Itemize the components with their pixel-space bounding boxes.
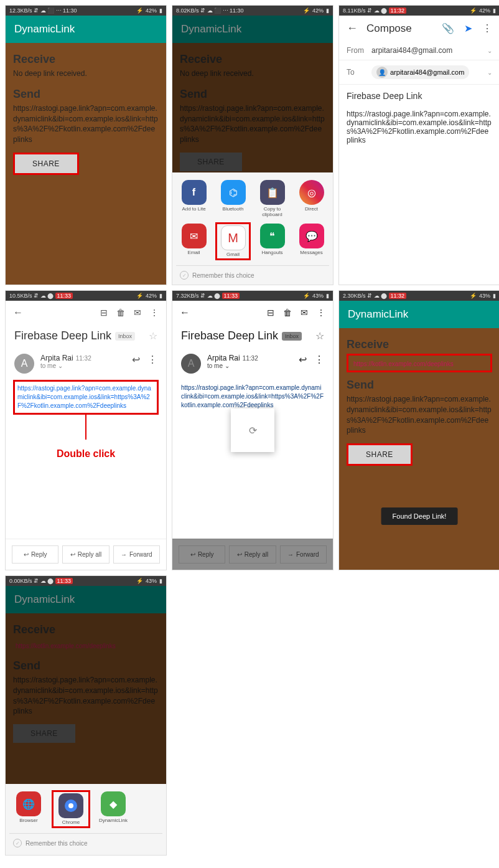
more-icon[interactable]: ⋮ bbox=[150, 308, 159, 318]
archive-icon[interactable]: ⊟ bbox=[100, 308, 108, 318]
reply-bar: ↩ Reply ↩ Reply all → Forward bbox=[6, 539, 166, 570]
send-label: Send bbox=[13, 88, 159, 101]
svg-point-1 bbox=[68, 803, 73, 808]
action-bar: DynamicLink bbox=[172, 16, 333, 43]
archive-icon: ⊟ bbox=[267, 308, 274, 318]
send-label: Send bbox=[347, 379, 492, 392]
receive-label: Receive bbox=[13, 53, 159, 66]
status-bar: 10.5KB/s ⇵ ☁ ⬤ 11:33 ⚡ 42% ▮ bbox=[6, 291, 166, 301]
receive-text: No deep link received. bbox=[13, 68, 159, 79]
share-messages[interactable]: 💬Messages bbox=[294, 222, 329, 260]
more-icon: ⋮ bbox=[317, 308, 325, 318]
reply-all-button[interactable]: ↩ Reply all bbox=[62, 545, 109, 564]
status-bar: 8.11KB/s ⇵ ☁ ⬤ 11:32 ⚡ 42% ▮ bbox=[339, 6, 499, 16]
send-url: https://rastogi.page.link?apn=com.exampl… bbox=[13, 103, 159, 145]
open-chrome[interactable]: Chrome bbox=[52, 790, 90, 828]
from-value: arpitarai484@gmail.com bbox=[371, 46, 487, 55]
email-toolbar: ← ⊟ 🗑 ✉ ⋮ bbox=[172, 301, 333, 324]
share-gmail[interactable]: MGmail bbox=[215, 222, 251, 260]
email-subject-row: Firebase Deep Link Inbox ☆ bbox=[6, 324, 166, 347]
chevron-down-icon: ⌄ bbox=[487, 69, 492, 76]
check-icon: ✓ bbox=[180, 271, 189, 280]
status-right: ⚡ 42% ▮ bbox=[136, 7, 162, 14]
send-icon[interactable]: ➤ bbox=[464, 22, 472, 34]
check-icon: ✓ bbox=[13, 839, 22, 847]
annotation-text: Double click bbox=[6, 448, 166, 460]
sender-time: 11:32 bbox=[76, 355, 91, 362]
subject-field[interactable]: Firebase Deep Link bbox=[347, 91, 492, 101]
to-chip[interactable]: 👤arpitarai484@gmail.com bbox=[371, 65, 469, 79]
back-icon[interactable]: ← bbox=[347, 22, 358, 35]
compose-title: Compose bbox=[366, 22, 412, 35]
share-clipboard[interactable]: 📋Copy to clipboard bbox=[254, 179, 290, 219]
action-bar: DynamicLink bbox=[339, 301, 499, 328]
received-link[interactable]: https://kotlin.example.com/deeplinks bbox=[351, 357, 456, 371]
loading-dialog: ⟳ bbox=[231, 408, 274, 452]
attach-icon[interactable]: 📎 bbox=[442, 22, 454, 34]
send-url: https://rastogi.page.link?apn=com.exampl… bbox=[347, 394, 492, 436]
more-icon[interactable]: ⋮ bbox=[147, 354, 157, 366]
more-icon[interactable]: ⋮ bbox=[482, 22, 492, 34]
app-body: Receive https://kotlin.example.com/deepl… bbox=[339, 328, 499, 570]
back-icon: ← bbox=[180, 307, 190, 318]
share-button[interactable]: SHARE bbox=[13, 153, 79, 175]
back-icon[interactable]: ← bbox=[13, 307, 23, 318]
screen-6-received: 2.30KB/s ⇵ ☁ ⬤ 11:32 ⚡ 43% ▮ DynamicLink… bbox=[338, 290, 499, 570]
share-button[interactable]: SHARE bbox=[347, 443, 413, 466]
status-bar: 7.32KB/s ⇵ ☁ ⬤ 11:33 ⚡ 43% ▮ bbox=[172, 291, 333, 301]
screen-1-dynamiclink: 12.3KB/s ⇵ ☁ ⬛ ⋯ 11:30 ⚡ 42% ▮ DynamicLi… bbox=[5, 5, 167, 285]
email-toolbar: ← ⊟ 🗑 ✉ ⋮ bbox=[6, 301, 166, 324]
screen-3-compose: 8.11KB/s ⇵ ☁ ⬤ 11:32 ⚡ 42% ▮ ← Compose 📎… bbox=[338, 5, 499, 285]
sender-row: A Arpita Rai11:32 to me ⌄ ↩ ⋮ bbox=[6, 347, 166, 380]
avatar-icon: 👤 bbox=[376, 67, 388, 78]
receive-label: Receive bbox=[347, 338, 492, 351]
status-bar: 2.30KB/s ⇵ ☁ ⬤ 11:32 ⚡ 43% ▮ bbox=[339, 291, 499, 301]
sender-to[interactable]: to me ⌄ bbox=[40, 362, 91, 369]
body-field[interactable]: https://rastogi.page.link?apn=com.exampl… bbox=[347, 110, 492, 144]
mail-icon: ✉ bbox=[301, 308, 308, 318]
email-body-link[interactable]: https://rastogi.page.link?apn=com.exampl… bbox=[16, 383, 156, 412]
action-bar: DynamicLink bbox=[6, 586, 166, 613]
received-link-box: https://kotlin.example.com/deeplinks bbox=[347, 354, 492, 372]
star-icon[interactable]: ☆ bbox=[149, 330, 157, 342]
open-with-sheet: 🌐Browser Chrome ◆DynamicLink ✓Remember t… bbox=[6, 784, 166, 855]
avatar: A bbox=[14, 354, 34, 374]
delete-icon[interactable]: 🗑 bbox=[116, 308, 125, 318]
email-subject: Firebase Deep Link bbox=[14, 329, 111, 342]
status-left: 12.3KB/s ⇵ ☁ ⬛ ⋯ 11:30 bbox=[9, 7, 77, 14]
remember-choice[interactable]: ✓Remember this choice bbox=[176, 265, 329, 281]
forward-button[interactable]: → Forward bbox=[113, 545, 160, 564]
app-body: Receive No deep link received. Send http… bbox=[6, 43, 166, 285]
remember-choice[interactable]: ✓Remember this choice bbox=[9, 833, 162, 849]
mail-icon[interactable]: ✉ bbox=[134, 308, 141, 318]
status-bar: 12.3KB/s ⇵ ☁ ⬛ ⋯ 11:30 ⚡ 42% ▮ bbox=[6, 6, 166, 16]
screen-5-loading: 7.32KB/s ⇵ ☁ ⬤ 11:33 ⚡ 43% ▮ ← ⊟ 🗑 ✉ ⋮ F… bbox=[172, 290, 333, 570]
status-bar: 0.00KB/s ⇵ ☁ ⬤ 11:33 ⚡ 43% ▮ bbox=[6, 576, 166, 586]
screen-7-openwith: 0.00KB/s ⇵ ☁ ⬤ 11:33 ⚡ 43% ▮ DynamicLink… bbox=[5, 575, 167, 856]
annotation-line bbox=[85, 415, 86, 440]
open-browser[interactable]: 🌐Browser bbox=[9, 790, 48, 828]
action-bar: DynamicLink bbox=[6, 16, 166, 43]
to-row[interactable]: To 👤arpitarai484@gmail.com ⌄ bbox=[339, 60, 499, 85]
from-row[interactable]: From arpitarai484@gmail.com ⌄ bbox=[339, 41, 499, 60]
sender-name: Arpita Rai bbox=[40, 354, 73, 362]
share-sheet: fAdd to Lite ⌬Bluetooth 📋Copy to clipboa… bbox=[172, 172, 333, 285]
share-add-to-lite[interactable]: fAdd to Lite bbox=[176, 179, 212, 219]
share-hangouts[interactable]: ❝Hangouts bbox=[254, 222, 290, 260]
share-bluetooth[interactable]: ⌬Bluetooth bbox=[215, 179, 251, 219]
delete-icon: 🗑 bbox=[283, 308, 292, 318]
screen-4-email: 10.5KB/s ⇵ ☁ ⬤ 11:33 ⚡ 42% ▮ ← ⊟ 🗑 ✉ ⋮ F… bbox=[5, 290, 167, 570]
reply-icon[interactable]: ↩ bbox=[132, 354, 140, 366]
share-direct[interactable]: ◎Direct bbox=[294, 179, 329, 219]
screen-2-sharesheet: 8.02KB/s ⇵ ☁ ⬛ ⋯ 11:30 ⚡ 42% ▮ DynamicLi… bbox=[172, 5, 333, 285]
open-dynamiclink[interactable]: ◆DynamicLink bbox=[94, 790, 133, 828]
share-email[interactable]: ✉Email bbox=[176, 222, 212, 260]
reply-button[interactable]: ↩ Reply bbox=[12, 545, 58, 564]
status-bar: 8.02KB/s ⇵ ☁ ⬛ ⋯ 11:30 ⚡ 42% ▮ bbox=[172, 6, 333, 16]
toast: Found Deep Link! bbox=[381, 507, 458, 525]
compose-toolbar: ← Compose 📎 ➤ ⋮ bbox=[339, 16, 499, 41]
compose-body[interactable]: Firebase Deep Link https://rastogi.page.… bbox=[339, 85, 499, 151]
chevron-down-icon: ⌄ bbox=[487, 47, 492, 54]
inbox-chip: Inbox bbox=[115, 332, 135, 341]
